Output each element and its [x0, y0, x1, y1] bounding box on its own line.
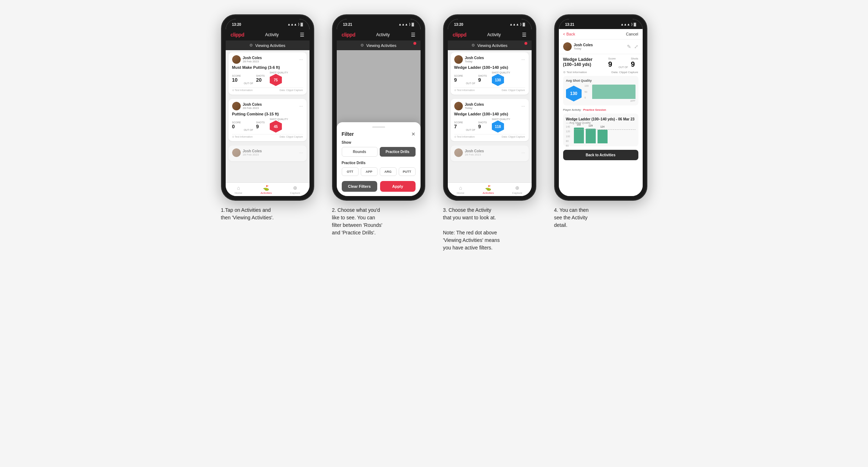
- notch-4: [583, 21, 612, 28]
- battery-1: ▓: [301, 23, 303, 26]
- avg-sq-section-4: Avg Shot Quality 130 100 50 0: [563, 76, 638, 105]
- bar-2-4: 129: [586, 129, 596, 143]
- shots-label-1-2: Shots: [256, 121, 265, 124]
- status-bar-2: 13:21 ▲▲▲ ⟩ ▓: [337, 19, 421, 29]
- phone-1-frame: 13:20 ▲▲▲ ⟩ ▓ clippd Activity ☰ ⚙: [221, 14, 314, 201]
- stat-sq-1-2: Shot Quality 45: [270, 118, 288, 133]
- chart-y-labels-4: 100 50 0: [585, 85, 636, 99]
- menu-icon-3[interactable]: ☰: [522, 32, 527, 38]
- chart-x-label-4: APP: [585, 100, 636, 102]
- sq-label-3-1: Shot Quality: [492, 71, 510, 74]
- bottom-nav-3: ⌂ Home ⛳ Activities ⊕ Capture: [448, 182, 532, 196]
- back-btn-4[interactable]: < Back: [563, 32, 575, 36]
- arg-btn-2[interactable]: ARG: [380, 167, 397, 176]
- data-source-1-2: Data: Clippd Capture: [279, 135, 303, 138]
- activity-card-1-2[interactable]: Josh Coles 28 Feb 2023 ··· Putting Combi…: [229, 99, 307, 141]
- out-of-label-4: OUT OF: [619, 66, 628, 68]
- user-date-3-2: Today: [465, 106, 484, 110]
- edit-pencil-icon-4[interactable]: ✎: [627, 44, 631, 49]
- status-icons-4: ▲▲▲ ⟩ ▓: [620, 23, 636, 26]
- more-btn-1-3[interactable]: ···: [299, 150, 303, 155]
- avg-sq-content-4: 130 100 50 0 APP: [566, 85, 636, 103]
- status-icons-1: ▲▲▲ ⟩ ▓: [287, 23, 303, 26]
- wifi-3: ⟩: [520, 23, 522, 26]
- avatar-3-3: [454, 148, 463, 157]
- nav-home-1[interactable]: ⌂ Home: [235, 185, 242, 195]
- detail-user-left-4: Josh Coles Today: [563, 42, 593, 51]
- menu-icon-1[interactable]: ☰: [300, 32, 304, 38]
- activities-label-1: Activities: [260, 191, 272, 195]
- more-btn-3-1[interactable]: ···: [521, 57, 525, 62]
- user-info-1-1: Josh Coles 28 Feb 2023: [243, 56, 262, 63]
- caption-3: 3. Choose the Activitythat you want to l…: [443, 206, 536, 252]
- y-label-100-4: 100: [585, 85, 592, 87]
- big-hex-4: 130: [566, 86, 582, 101]
- card-user-1-1: Josh Coles 28 Feb 2023: [232, 55, 262, 64]
- notch-1: [250, 21, 279, 28]
- card-title-1-2: Putting Combine (3-15 ft): [232, 112, 303, 116]
- nav-capture-1[interactable]: ⊕ Capture: [290, 185, 300, 195]
- card-header-1-1: Josh Coles 28 Feb 2023 ···: [232, 55, 303, 64]
- bar-y-60-4: 60: [566, 144, 570, 147]
- phone-4-frame: 13:21 ▲▲▲ ⟩ ▓ < Back Cancel: [554, 14, 647, 201]
- detail-score-area-4: Score 9 OUT OF Shots 9: [608, 57, 638, 68]
- more-btn-1-1[interactable]: ···: [299, 57, 303, 62]
- nav-activities-1[interactable]: ⛳ Activities: [260, 185, 272, 195]
- phone-3-screen: 13:20 ▲▲▲ ⟩ ▓ clippd Activity ☰ ⚙: [448, 19, 532, 196]
- viewing-bar-3[interactable]: ⚙ Viewing Activities: [448, 40, 532, 50]
- card-footer-3-1: ⊙ Test Information Data: Clippd Capture: [454, 87, 525, 92]
- user-date-1-3: 28 Feb 2023: [243, 153, 262, 156]
- apply-btn-2[interactable]: Apply: [380, 181, 416, 192]
- activity-card-3-1[interactable]: Josh Coles Today ··· Wedge Ladder (100–1…: [451, 52, 529, 95]
- filter-title-2: Filter: [342, 131, 354, 137]
- expand-icon-4[interactable]: ⤢: [634, 44, 638, 49]
- more-btn-1-2[interactable]: ···: [299, 104, 303, 109]
- activity-card-1-1[interactable]: Josh Coles 28 Feb 2023 ··· Must Make Put…: [229, 52, 307, 95]
- nav-home-3[interactable]: ⌂ Home: [457, 185, 464, 195]
- score-row-1-1: 10: [232, 77, 241, 83]
- putt-btn-2[interactable]: PUTT: [399, 167, 416, 176]
- ott-btn-2[interactable]: OTT: [342, 167, 359, 176]
- home-icon-1: ⌂: [237, 185, 240, 191]
- viewing-bar-2[interactable]: ⚙ Viewing Activities: [337, 40, 421, 50]
- nav-capture-3[interactable]: ⊕ Capture: [512, 185, 522, 195]
- bar-val-1-4: 132: [577, 123, 581, 126]
- filter-icon-2: ⚙: [360, 43, 364, 48]
- bar-y-100-4: 100: [566, 135, 570, 138]
- menu-icon-2[interactable]: ☰: [411, 32, 416, 38]
- more-btn-3-2[interactable]: ···: [521, 104, 525, 109]
- notch-3: [472, 21, 501, 28]
- filter-drill-row-2: OTT APP ARG PUTT: [342, 167, 416, 176]
- filter-sheet-2: Filter ✕ Show Rounds Practice Drills Pra…: [337, 122, 421, 196]
- user-name-3-2: Josh Coles: [465, 103, 484, 106]
- user-info-3-3: Josh Coles 28 Feb 2023: [465, 149, 484, 156]
- rounds-toggle-2[interactable]: Rounds: [342, 147, 378, 157]
- capture-label-3: Capture: [512, 191, 522, 195]
- detail-content-4: Wedge Ladder(100–140 yds) Score 9 OUT OF: [559, 54, 643, 196]
- phone-2-screen: 13:21 ▲▲▲ ⟩ ▓ clippd Activity ☰ ⚙: [337, 19, 421, 196]
- app-header-1: clippd Activity ☰: [226, 29, 310, 40]
- user-name-1-3: Josh Coles: [243, 149, 262, 153]
- bar-y-axis-4: 140 120 100 80 60: [566, 125, 570, 147]
- capture-icon-3: ⊕: [515, 185, 519, 191]
- more-btn-3-3[interactable]: ···: [521, 150, 525, 155]
- practice-drills-toggle-2[interactable]: Practice Drills: [380, 147, 416, 157]
- app-logo-1: clippd: [231, 32, 244, 38]
- filter-handle-2: [372, 127, 385, 128]
- mini-bar-chart-4: 132 129 124: [574, 125, 636, 143]
- back-to-activities-btn-4[interactable]: Back to Activities: [563, 150, 638, 160]
- cancel-btn-4[interactable]: Cancel: [626, 32, 638, 36]
- viewing-bar-1[interactable]: ⚙ Viewing Activities: [226, 40, 310, 50]
- battery-4: ▓: [634, 23, 636, 26]
- nav-activities-3[interactable]: ⛳ Activities: [483, 185, 494, 195]
- card-stats-1-1: Score 10 OUT OF Shots 20 S: [232, 71, 303, 86]
- clear-filters-btn-2[interactable]: Clear Filters: [342, 181, 377, 192]
- app-btn-2[interactable]: APP: [361, 167, 378, 176]
- viewing-bar-text-2: Viewing Activities: [366, 43, 396, 48]
- card-stats-1-2: Score 0 OUT OF Shots 9 Shot Quality 45: [232, 118, 303, 133]
- time-1: 13:20: [232, 23, 241, 27]
- activities-icon-1: ⛳: [263, 185, 269, 191]
- activity-card-3-2[interactable]: Josh Coles Today ··· Wedge Ladder (100–1…: [451, 99, 529, 141]
- card-header-3-1: Josh Coles Today ···: [454, 55, 525, 64]
- filter-close-btn-2[interactable]: ✕: [411, 131, 416, 137]
